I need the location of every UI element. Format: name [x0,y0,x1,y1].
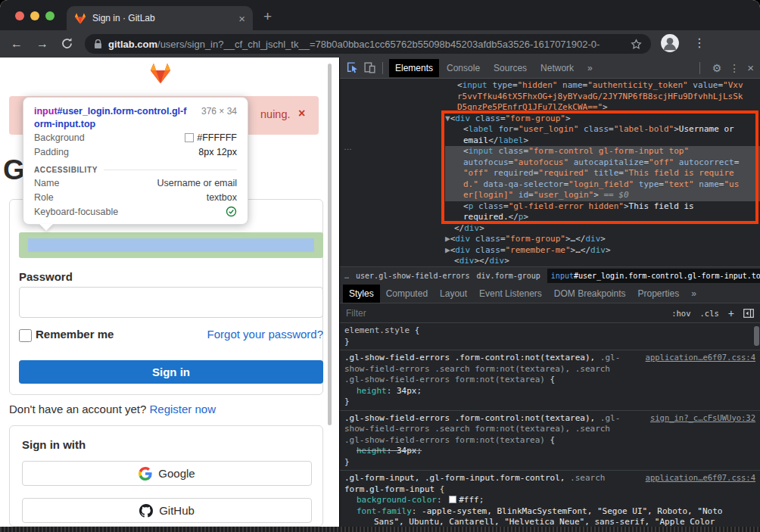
tab-elements[interactable]: Elements [389,59,439,77]
css-source-link[interactable]: application…e6f07.css:4 [646,473,755,482]
reload-icon[interactable] [61,37,73,50]
toggle-hover-state-button[interactable]: :hov [671,309,690,318]
address-bar[interactable]: gitlab.com/users/sign_in?__cf_chl_jschl_… [85,34,651,54]
toolbar-separator [382,62,383,74]
code-line: } [344,457,755,468]
tooltip-padding-label: Padding [34,147,69,157]
code-line: show-field-errors .search form:not(texta… [344,364,755,375]
code-line: show-field-errors .search form:not(texta… [344,424,755,435]
dom-node-menu-dots[interactable]: … [344,142,352,151]
devtools-settings-icon[interactable]: ⚙ [712,62,722,74]
devtools-close-icon[interactable]: × [747,61,754,74]
google-icon [139,467,152,481]
tab-event-listeners[interactable]: Event Listeners [473,285,548,303]
code-line: .gl-show-field-errors form:not(textarea)… [344,375,755,386]
styles-scrollbar[interactable] [754,326,759,346]
sign-in-button[interactable]: Sign in [19,360,323,384]
bottom-edge-artifact [0,527,760,532]
inspect-element-icon[interactable] [346,61,359,74]
code-line: <div></div> [445,256,760,267]
toggle-sidebar-icon[interactable] [743,309,754,318]
tooltip-background-label: Background [34,132,85,143]
device-toolbar-icon[interactable] [363,61,376,74]
css-source-link[interactable]: sign_in?_c…cFsUWUyo:32 [650,413,755,422]
lock-icon[interactable] [94,39,102,49]
breadcrumb-item[interactable]: … [344,272,349,280]
register-now-link[interactable]: Register now [150,403,216,415]
tab-styles[interactable]: Styles [343,285,380,303]
a11y-focusable-label: Keyboard-focusable [34,207,118,217]
url-text: gitlab.com/users/sign_in?__cf_chl_jschl_… [108,39,631,50]
password-input[interactable] [19,287,323,318]
new-tab-button[interactable]: + [263,8,272,25]
sso-card: Sign in with Google GitHub [9,425,323,527]
annotation-red-box [441,110,758,224]
breadcrumb-item[interactable]: div.form-group [477,272,540,280]
password-label: Password [19,270,73,283]
browser-tab[interactable]: Sign in · GitLab × [67,6,253,30]
browser-menu-icon[interactable]: ⋮ [693,36,705,50]
tab-close-icon[interactable]: × [238,13,245,24]
minimize-window-button[interactable] [30,11,39,20]
inspected-username-input[interactable] [19,232,323,258]
zoom-window-button[interactable] [45,11,55,20]
code-line: ▶<div class="form-group">…</div> [445,234,760,245]
tooltip-a11y-header: ACCESSIBILITY [34,164,237,176]
profile-avatar[interactable] [660,33,680,53]
alert-close-icon[interactable]: × [298,107,305,120]
tab-layout[interactable]: Layout [434,285,473,303]
new-style-rule-button[interactable]: + [728,307,734,319]
color-swatch [185,133,194,142]
page-scrollbar[interactable] [328,64,332,425]
toggle-class-button[interactable]: .cls [700,309,719,318]
a11y-role-value: textbox [207,192,237,203]
gitlab-favicon-icon [74,13,86,24]
code-line: form.gl-form-input { [344,484,755,496]
a11y-role-label: Role [34,192,54,203]
tooltip-dimensions: 376 × 34 [201,106,237,130]
code-line: background-color: #fff; [344,495,755,506]
page-heading-partial: G [3,154,25,186]
tooltip-padding-value: 8px 12px [198,147,237,157]
css-source-link[interactable]: application…e6f07.css:4 [646,353,755,362]
styles-pane[interactable]: element.style {}application…e6f07.css:4.… [340,323,760,532]
remember-me-checkbox[interactable] [19,329,32,342]
github-signin-button[interactable]: GitHub [22,498,312,523]
breadcrumb-item[interactable]: input#user_login.form-control.gl-form-in… [547,269,760,283]
css-rule: application…e6f07.css:4.gl-show-field-er… [340,350,760,411]
tooltip-arrow [39,224,53,231]
forward-icon[interactable]: → [36,36,48,51]
tab-network[interactable]: Network [534,59,580,77]
close-window-button[interactable] [15,11,24,20]
google-signin-button[interactable]: Google [22,461,312,486]
tab-properties[interactable]: Properties [632,285,686,303]
code-line: .gl-show-field-errors form:not(textarea)… [344,435,755,446]
css-rule: sign_in?_c…cFsUWUyo:32.gl-show-field-err… [340,411,760,471]
alert-text: nuing. [260,108,291,120]
tab-console[interactable]: Console [441,59,486,77]
devtools-panel: Elements Console Sources Network » ⚙ ⋮ ×… [339,58,760,532]
code-line: } [344,397,755,408]
styles-filter-input[interactable]: Filter [346,308,662,319]
bookmark-star-icon[interactable] [631,39,642,50]
tab-title: Sign in · GitLab [92,13,238,23]
more-panel-tabs-chevron[interactable]: » [685,285,702,303]
inspect-highlight-content [28,238,314,252]
code-line: </div> [445,223,760,235]
code-line: font-family: -apple-system, BlinkMacSyst… [344,506,755,518]
focusable-check-icon [226,206,237,217]
tab-computed[interactable]: Computed [380,285,434,303]
toolbar-separator [699,62,700,74]
devtools-menu-icon[interactable]: ⋮ [729,62,740,74]
breadcrumb-item[interactable]: user.gl-show-field-errors [356,272,470,280]
code-line: <input type="hidden" name="authenticity_… [445,80,760,92]
dom-breadcrumb[interactable]: …user.gl-show-field-errorsdiv.form-group… [340,266,760,285]
forgot-password-link[interactable]: Forgot your password? [207,328,323,341]
tab-dom-breakpoints[interactable]: DOM Breakpoints [548,285,632,303]
more-tabs-chevron[interactable]: » [581,59,599,77]
css-rule: element.style {} [340,323,760,350]
tooltip-selector: input#user_login.form-control.gl-form-in… [34,105,192,130]
tab-sources[interactable]: Sources [487,59,533,77]
back-icon[interactable]: ← [11,36,23,51]
tooltip-background-value: #FFFFFF [185,132,237,143]
